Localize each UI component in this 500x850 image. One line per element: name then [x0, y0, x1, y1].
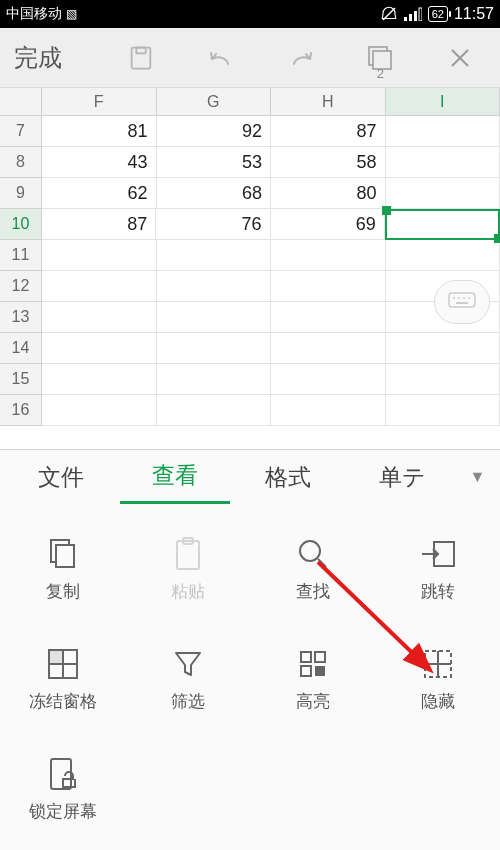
row-header[interactable]: 14: [0, 333, 42, 364]
svg-rect-1: [404, 17, 407, 21]
freeze-icon: [45, 646, 81, 682]
svg-rect-4: [419, 8, 422, 21]
cell[interactable]: [271, 271, 386, 302]
svg-rect-18: [56, 545, 74, 567]
panel-tabs: 文件 查看 格式 单テ ▼: [0, 450, 500, 504]
cell[interactable]: [157, 395, 272, 426]
row-header[interactable]: 10: [0, 209, 42, 240]
tool-paste: 粘贴: [125, 514, 250, 624]
spreadsheet[interactable]: FGHI781928784353589626880108776691112131…: [0, 88, 500, 426]
cell[interactable]: 92: [157, 116, 272, 147]
paste-icon: [170, 536, 206, 572]
cell[interactable]: [385, 209, 500, 240]
cell[interactable]: 87: [271, 116, 386, 147]
svg-rect-5: [132, 47, 151, 68]
filter-icon: [170, 646, 206, 682]
lock-icon: [45, 756, 81, 792]
row-header[interactable]: 15: [0, 364, 42, 395]
cell[interactable]: 43: [42, 147, 157, 178]
tab-cell[interactable]: 单テ: [347, 452, 457, 503]
cell[interactable]: [386, 333, 501, 364]
cell[interactable]: 58: [271, 147, 386, 178]
tool-copy[interactable]: 复制: [0, 514, 125, 624]
tool-find[interactable]: 查找: [250, 514, 375, 624]
column-header[interactable]: H: [271, 88, 386, 116]
cell[interactable]: [42, 333, 157, 364]
tool-goto[interactable]: 跳转: [375, 514, 500, 624]
svg-rect-6: [137, 47, 146, 53]
tool-lock[interactable]: 锁定屏幕: [0, 734, 125, 844]
svg-rect-2: [409, 14, 412, 21]
row-header[interactable]: 11: [0, 240, 42, 271]
svg-rect-19: [177, 541, 199, 569]
carrier-label: 中国移动: [6, 5, 62, 23]
cell[interactable]: 76: [156, 209, 270, 240]
tool-highlight[interactable]: 高亮: [250, 624, 375, 734]
row-header[interactable]: 13: [0, 302, 42, 333]
cell[interactable]: [386, 364, 501, 395]
clock: 11:57: [454, 5, 494, 23]
cell[interactable]: [386, 240, 501, 271]
cell[interactable]: [157, 333, 272, 364]
svg-point-15: [468, 297, 470, 299]
cell[interactable]: 53: [157, 147, 272, 178]
row-header[interactable]: 9: [0, 178, 42, 209]
cell[interactable]: [157, 302, 272, 333]
cell[interactable]: [42, 395, 157, 426]
cell[interactable]: [42, 271, 157, 302]
tool-filter[interactable]: 筛选: [125, 624, 250, 734]
svg-rect-3: [414, 11, 417, 21]
cell[interactable]: [157, 364, 272, 395]
cell[interactable]: 87: [42, 209, 156, 240]
cell[interactable]: [386, 116, 501, 147]
close-button[interactable]: [420, 46, 500, 70]
cell[interactable]: 81: [42, 116, 157, 147]
cell[interactable]: [157, 240, 272, 271]
tab-file[interactable]: 文件: [6, 452, 116, 503]
cell[interactable]: 80: [271, 178, 386, 209]
svg-line-22: [318, 559, 326, 567]
redo-button[interactable]: [261, 46, 341, 70]
svg-rect-16: [456, 302, 468, 304]
undo-button[interactable]: [181, 46, 261, 70]
row-header[interactable]: 12: [0, 271, 42, 302]
cell[interactable]: [271, 240, 386, 271]
tab-view[interactable]: 查看: [120, 450, 230, 504]
cell[interactable]: [271, 395, 386, 426]
tabs-more-icon[interactable]: ▼: [461, 458, 494, 496]
cell[interactable]: 69: [271, 209, 385, 240]
sheets-button[interactable]: 2: [341, 44, 421, 72]
done-button[interactable]: 完成: [0, 42, 102, 74]
cell[interactable]: [42, 364, 157, 395]
cell[interactable]: [386, 395, 501, 426]
mute-icon: [380, 5, 398, 23]
cell[interactable]: [386, 147, 501, 178]
cell[interactable]: [271, 333, 386, 364]
row-header[interactable]: 8: [0, 147, 42, 178]
cell[interactable]: 62: [42, 178, 157, 209]
search-icon: [295, 536, 331, 572]
cell[interactable]: [386, 178, 501, 209]
cell[interactable]: [42, 240, 157, 271]
svg-rect-29: [315, 652, 325, 662]
row-header[interactable]: 16: [0, 395, 42, 426]
svg-rect-31: [315, 666, 325, 676]
row-header[interactable]: 7: [0, 116, 42, 147]
tool-hide[interactable]: 隐藏: [375, 624, 500, 734]
cell[interactable]: [42, 302, 157, 333]
column-header[interactable]: F: [42, 88, 157, 116]
highlight-icon: [295, 646, 331, 682]
cell[interactable]: 68: [157, 178, 272, 209]
keyboard-toggle-button[interactable]: [434, 280, 490, 324]
svg-point-14: [463, 297, 465, 299]
cell[interactable]: [271, 302, 386, 333]
column-header[interactable]: I: [386, 88, 501, 116]
cell[interactable]: [271, 364, 386, 395]
save-button[interactable]: [102, 44, 182, 72]
signal-icon: [404, 7, 422, 21]
cell[interactable]: [157, 271, 272, 302]
svg-rect-35: [51, 759, 71, 789]
tab-format[interactable]: 格式: [234, 452, 344, 503]
column-header[interactable]: G: [157, 88, 272, 116]
tool-freeze[interactable]: 冻结窗格: [0, 624, 125, 734]
